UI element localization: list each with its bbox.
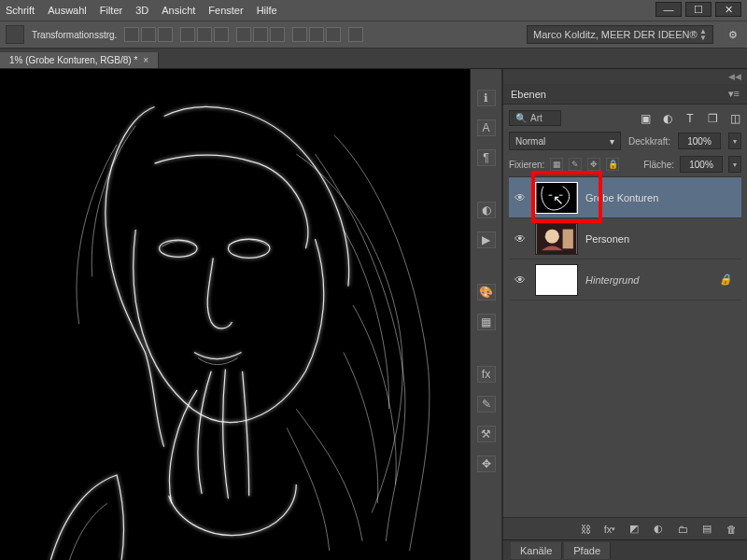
lock-transparency-icon[interactable]: ▦ — [550, 158, 563, 171]
channels-tab[interactable]: Kanäle — [511, 542, 562, 559]
svg-rect-3 — [536, 183, 576, 213]
align-top-icon[interactable] — [124, 27, 139, 42]
menu-item[interactable]: Filter — [100, 5, 122, 16]
filter-smart-icon[interactable]: ◫ — [728, 112, 741, 125]
distribute-bottom-icon[interactable] — [270, 27, 285, 42]
blend-mode-value: Normal — [515, 136, 545, 147]
fill-value[interactable]: 100% — [680, 156, 723, 173]
blend-mode-select[interactable]: Normal ▾ — [509, 132, 621, 150]
distribute-left-icon[interactable] — [292, 27, 307, 42]
option-label[interactable]: Transformationsstrg. — [32, 30, 117, 40]
align-vcenter-icon[interactable] — [141, 27, 156, 42]
play-icon[interactable]: ▶ — [477, 231, 496, 248]
menu-item[interactable]: Schrift — [6, 5, 35, 16]
character-panel-icon[interactable]: A — [477, 119, 496, 136]
paths-tab[interactable]: Pfade — [564, 542, 611, 559]
gear-icon[interactable]: ⚙ — [725, 26, 741, 43]
current-tool-icon[interactable] — [6, 25, 24, 44]
align-left-icon[interactable] — [180, 27, 195, 42]
layer-row[interactable]: 👁 ↖ Grobe Konturen — [509, 177, 741, 218]
document-tab-title: 1% (Grobe Konturen, RGB/8) * — [9, 55, 137, 65]
menu-item[interactable]: Auswahl — [48, 5, 87, 16]
delete-layer-icon[interactable]: 🗑 — [725, 523, 738, 536]
distribute-hcenter-icon[interactable] — [309, 27, 324, 42]
fill-drop-icon[interactable]: ▾ — [728, 156, 741, 173]
align-right-icon[interactable] — [214, 27, 229, 42]
layer-thumbnail[interactable] — [535, 264, 578, 296]
swatches-panel-icon[interactable]: 🎨 — [477, 284, 496, 301]
distribute-vcenter-icon[interactable] — [253, 27, 268, 42]
right-panels: ◀◀ Ebenen ▾≡ 🔍 Art ▣ ◐ T ❐ ◫ — [502, 69, 747, 560]
align-hcenter-icon[interactable] — [197, 27, 212, 42]
opacity-label: Deckkraft: — [628, 136, 670, 147]
filter-adjust-icon[interactable]: ◐ — [661, 112, 674, 125]
fx-icon[interactable]: fx▾ — [603, 523, 616, 536]
filter-shape-icon[interactable]: ❐ — [706, 112, 719, 125]
tool-presets-icon[interactable]: ⚒ — [477, 426, 496, 442]
lock-position-icon[interactable]: ✥ — [587, 158, 600, 171]
visibility-toggle-icon[interactable]: 👁 — [513, 191, 528, 204]
layer-thumbnail[interactable] — [535, 223, 578, 255]
menu-item[interactable]: Hilfe — [257, 5, 277, 16]
adjustment-layer-icon[interactable]: ◐ — [652, 523, 665, 536]
visibility-toggle-icon[interactable]: 👁 — [513, 232, 528, 245]
distribute-right-icon[interactable] — [326, 27, 341, 42]
layer-thumbnail[interactable]: ↖ — [535, 182, 578, 214]
distribute-group-2 — [292, 27, 341, 42]
menu-item[interactable]: Ansicht — [162, 5, 195, 16]
menu-item[interactable]: 3D — [135, 5, 148, 16]
menu-item[interactable]: Fenster — [208, 5, 243, 16]
filter-type-icon[interactable]: T — [684, 112, 697, 125]
close-button[interactable]: ✕ — [715, 2, 741, 17]
layers-panel-tab[interactable]: Ebenen ▾≡ — [503, 84, 747, 105]
opacity-drop-icon[interactable]: ▾ — [728, 133, 741, 149]
distribute-top-icon[interactable] — [236, 27, 251, 42]
new-layer-icon[interactable]: ▤ — [700, 523, 713, 536]
canvas[interactable] — [0, 69, 471, 560]
clone-source-icon[interactable]: ✥ — [477, 455, 496, 472]
group-icon[interactable]: 🗀 — [676, 523, 689, 536]
align-group-1 — [124, 27, 173, 42]
align-bottom-icon[interactable] — [158, 27, 173, 42]
mode-icon[interactable] — [348, 27, 363, 42]
adjustments-panel-icon[interactable]: ◐ — [477, 202, 496, 218]
layer-row[interactable]: 👁 Hintergrund 🔒 — [509, 259, 741, 301]
menu-bar: Schrift Auswahl Filter 3D Ansicht Fenste… — [0, 0, 747, 21]
panel-menu-icon[interactable]: ▾≡ — [728, 88, 740, 100]
mask-icon[interactable]: ◩ — [627, 523, 641, 536]
paragraph-panel-icon[interactable]: ¶ — [477, 149, 496, 166]
layer-name[interactable]: Hintergrund — [585, 274, 639, 286]
maximize-button[interactable]: ☐ — [685, 2, 712, 17]
layers-panel-footer: ⛓ fx▾ ◩ ◐ 🗀 ▤ 🗑 — [503, 517, 747, 539]
chevron-down-icon: ▾ — [610, 136, 614, 147]
filter-type-label: Art — [530, 113, 543, 123]
layer-name[interactable]: Personen — [585, 233, 629, 245]
visibility-toggle-icon[interactable]: 👁 — [513, 273, 528, 287]
options-bar: Transformationsstrg. Marco Kolditz, MEER… — [0, 21, 747, 49]
layer-filter-row: 🔍 Art ▣ ◐ T ❐ ◫ — [509, 110, 741, 126]
workspace-switcher[interactable]: Marco Kolditz, MEER DER IDEEN® ▲▼ — [527, 25, 713, 44]
layer-filter-type[interactable]: 🔍 Art — [509, 110, 561, 126]
filter-pixel-icon[interactable]: ▣ — [639, 112, 652, 125]
panel-collapse-handle[interactable]: ◀◀ — [503, 69, 747, 84]
lock-row: Fixieren: ▦ ✎ ✥ 🔒 Fläche: 100% ▾ — [509, 156, 741, 173]
layer-row[interactable]: 👁 Personen — [509, 218, 741, 259]
opacity-value[interactable]: 100% — [678, 133, 721, 149]
info-icon[interactable]: ℹ — [477, 90, 496, 106]
minimize-button[interactable]: — — [655, 2, 682, 17]
lock-paint-icon[interactable]: ✎ — [569, 158, 582, 171]
filter-icons: ▣ ◐ T ❐ ◫ — [639, 112, 741, 125]
fill-label: Fläche: — [643, 160, 674, 170]
layers-panel-body: 🔍 Art ▣ ◐ T ❐ ◫ Normal ▾ Deckkraft: 100% — [503, 105, 747, 306]
close-tab-icon[interactable]: × — [143, 55, 148, 65]
canvas-artwork — [0, 69, 470, 560]
main-area: ℹ A ¶ ◐ ▶ 🎨 ▦ fx ✎ ⚒ ✥ ◀◀ Ebenen ▾≡ 🔍 Ar… — [0, 69, 747, 560]
fx-icon[interactable]: fx — [477, 366, 496, 383]
link-layers-icon[interactable]: ⛓ — [579, 523, 592, 536]
styles-panel-icon[interactable]: ▦ — [477, 314, 496, 330]
layer-name[interactable]: Grobe Konturen — [585, 192, 658, 203]
svg-rect-0 — [13, 69, 457, 560]
lock-all-icon[interactable]: 🔒 — [606, 158, 619, 171]
brush-panel-icon[interactable]: ✎ — [477, 396, 496, 413]
document-tab[interactable]: 1% (Grobe Konturen, RGB/8) * × — [0, 52, 159, 68]
